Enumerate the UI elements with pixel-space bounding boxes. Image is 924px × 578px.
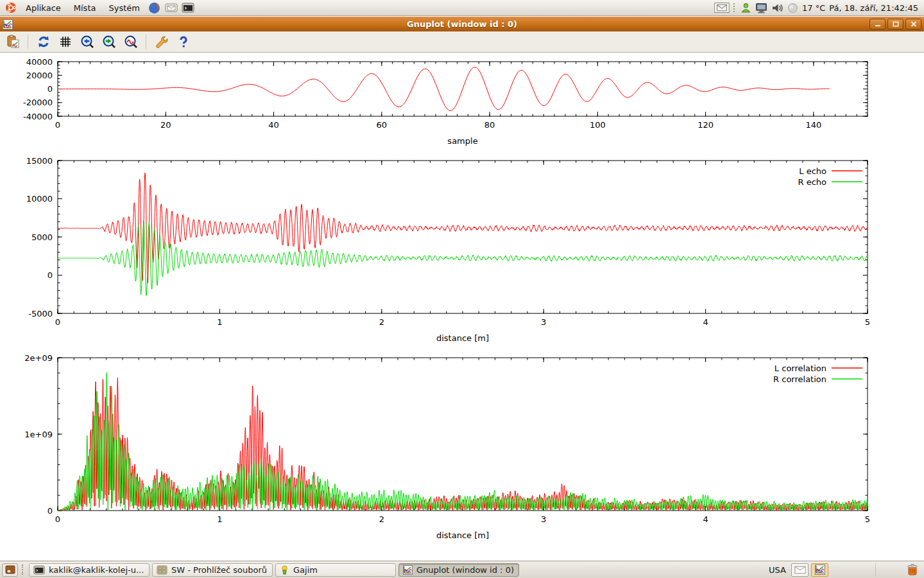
configure-button[interactable]	[153, 33, 170, 51]
svg-text:80: 80	[484, 120, 495, 130]
svg-text:20: 20	[160, 120, 171, 130]
close-button[interactable]	[905, 19, 921, 30]
places-menu[interactable]: Místa	[68, 1, 102, 15]
plot-area: 020406080100120140-40000-200000200004000…	[0, 53, 924, 560]
copy-plot-button[interactable]	[4, 33, 21, 51]
terminal-icon	[33, 565, 45, 575]
svg-text:1: 1	[217, 514, 222, 524]
unzoom-button[interactable]	[122, 33, 139, 51]
gnuplot-window: Gnuplot (window id : 0)	[0, 17, 924, 560]
taskbar-grip[interactable]	[22, 565, 25, 575]
svg-text:5: 5	[865, 514, 870, 524]
trash-icon[interactable]	[903, 562, 922, 578]
toolbar-separator	[28, 35, 28, 49]
svg-text:40000: 40000	[26, 57, 53, 67]
toolbar	[0, 31, 924, 53]
window-controls	[869, 19, 921, 30]
svg-text:1e+09: 1e+09	[24, 430, 53, 439]
svg-text:140: 140	[805, 120, 821, 130]
task-label: kaklik@kaklik-kolej-u...	[49, 565, 144, 575]
svg-text:5: 5	[865, 317, 870, 327]
svg-text:0: 0	[55, 120, 60, 130]
taskbar-empty-area	[831, 563, 876, 577]
svg-text:0: 0	[47, 84, 53, 94]
svg-text:100: 100	[590, 120, 606, 130]
svg-text:15000: 15000	[26, 156, 53, 166]
window-title: Gnuplot (window id : 0)	[0, 19, 924, 29]
svg-text:40: 40	[268, 120, 279, 130]
weather-icon[interactable]	[787, 3, 798, 13]
gajim-icon	[280, 565, 289, 575]
taskbar-window-terminal[interactable]: kaklik@kaklik-kolej-u...	[29, 563, 150, 577]
user-icon[interactable]	[740, 3, 751, 13]
svg-text:0: 0	[47, 506, 53, 516]
svg-text:distance [m]: distance [m]	[436, 333, 489, 343]
svg-text:distance [m]: distance [m]	[436, 530, 489, 540]
maximize-button[interactable]	[887, 19, 903, 30]
panel-indicators: 17 °C Pá, 18. září, 21:42:45	[714, 3, 921, 13]
volume-icon[interactable]	[771, 3, 783, 13]
mail-icon[interactable]	[164, 1, 179, 15]
task-label: Gnuplot (window id : 0)	[416, 565, 514, 575]
keyboard-layout-indicator[interactable]: USA	[769, 565, 786, 575]
svg-text:3: 3	[541, 317, 546, 327]
taskbar-window-file-manager[interactable]: SW - Prohlížeč souborů	[152, 563, 273, 577]
svg-text:2e+09: 2e+09	[24, 353, 53, 363]
previous-zoom-button[interactable]	[78, 33, 96, 51]
clock-label[interactable]: Pá, 18. září, 21:42:45	[829, 3, 918, 13]
svg-text:L echo: L echo	[799, 166, 826, 176]
applet-grip[interactable]	[733, 3, 737, 12]
svg-text:1: 1	[217, 317, 222, 327]
tray-mail-icon[interactable]	[791, 563, 809, 577]
svg-text:-20000: -20000	[23, 98, 53, 107]
svg-text:120: 120	[697, 120, 714, 130]
svg-text:0: 0	[55, 317, 60, 327]
show-desktop-button[interactable]	[2, 563, 18, 577]
replot-button[interactable]	[35, 33, 52, 51]
svg-text:4: 4	[703, 514, 708, 524]
firefox-icon[interactable]	[147, 1, 162, 15]
help-button[interactable]	[175, 33, 192, 51]
svg-text:-5000: -5000	[28, 309, 53, 319]
terminal-icon[interactable]	[180, 1, 196, 15]
svg-text:0: 0	[47, 270, 53, 280]
svg-text:sample: sample	[447, 136, 477, 146]
ubuntu-menu-logo-icon[interactable]	[3, 1, 19, 15]
top-panel: Aplikace Místa Systém	[0, 0, 924, 16]
applications-menu[interactable]: Aplikace	[20, 1, 67, 15]
echo-chart[interactable]: 012345-5000050001000015000distance [m]L …	[0, 156, 924, 349]
svg-text:2: 2	[379, 317, 384, 327]
minimize-button[interactable]	[869, 19, 886, 30]
next-zoom-button[interactable]	[100, 33, 117, 51]
taskbar-window-gajim[interactable]: Gajim	[275, 563, 396, 577]
file-manager-icon	[157, 565, 167, 575]
temperature-label[interactable]: 17 °C	[802, 3, 825, 13]
taskbar: kaklik@kaklik-kolej-u... SW - Prohlížeč …	[0, 561, 924, 578]
svg-text:10000: 10000	[26, 194, 53, 204]
display-icon[interactable]	[755, 3, 767, 13]
svg-text:20000: 20000	[26, 71, 53, 80]
gnuplot-icon	[403, 565, 413, 575]
toolbar-separator	[146, 35, 146, 49]
taskbar-window-gnuplot[interactable]: Gnuplot (window id : 0)	[398, 563, 519, 577]
svg-text:60: 60	[377, 120, 388, 130]
taskbar-empty-area	[878, 563, 900, 577]
tray-gnuplot-icon[interactable]	[811, 563, 828, 577]
svg-text:5000: 5000	[31, 232, 53, 242]
svg-text:L correlation: L correlation	[774, 363, 826, 373]
correlation-chart[interactable]: 01234501e+092e+09distance [m]L correlati…	[0, 353, 924, 545]
chirp-chart[interactable]: 020406080100120140-40000-200000200004000…	[0, 57, 924, 154]
gnuplot-icon	[3, 19, 13, 30]
titlebar[interactable]: Gnuplot (window id : 0)	[0, 17, 924, 31]
system-menu[interactable]: Systém	[103, 1, 145, 15]
svg-text:2: 2	[379, 514, 384, 524]
toggle-grid-button[interactable]	[56, 33, 74, 51]
mail-indicator-icon[interactable]	[714, 3, 730, 13]
svg-text:-40000: -40000	[23, 112, 53, 121]
svg-text:R echo: R echo	[798, 177, 826, 187]
task-label: SW - Prohlížeč souborů	[171, 565, 267, 575]
task-label: Gajim	[293, 565, 318, 575]
svg-text:R correlation: R correlation	[773, 374, 826, 384]
svg-text:0: 0	[55, 514, 60, 524]
svg-text:3: 3	[541, 514, 546, 524]
